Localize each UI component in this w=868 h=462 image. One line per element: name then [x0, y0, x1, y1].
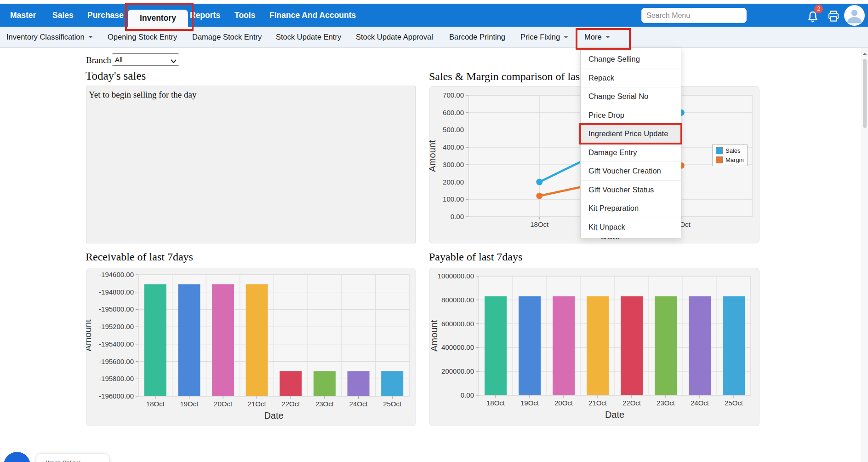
svg-text:500.00: 500.00: [443, 126, 464, 133]
svg-text:24Oct: 24Oct: [691, 399, 709, 407]
menu-item-barcode-printing[interactable]: Barcode Printing: [449, 27, 505, 47]
menu-item-opening-stock-entry[interactable]: Opening Stock Entry: [108, 27, 177, 47]
svg-text:22Oct: 22Oct: [622, 399, 641, 407]
vertical-scrollbar[interactable]: [862, 48, 868, 462]
nav-item-master[interactable]: Master: [10, 4, 36, 27]
branch-label: Branch: [86, 55, 111, 65]
dropdown-item-price-drop[interactable]: Price Drop: [581, 106, 681, 125]
chat-status-text: We're Online!: [46, 460, 80, 462]
dropdown-item-kit-unpack[interactable]: Kit Unpack: [581, 218, 681, 237]
legend-swatch-margin: [716, 156, 723, 163]
receivable-chart-panel: -194600.00-194800.00-195000.00-195200.00…: [86, 268, 416, 426]
svg-text:200.00: 200.00: [443, 178, 464, 186]
svg-text:400000.00: 400000.00: [441, 343, 474, 351]
chart-legend: Sales Margin: [712, 144, 748, 166]
svg-text:100.00: 100.00: [443, 195, 464, 203]
svg-text:18Oct: 18Oct: [530, 220, 549, 228]
svg-text:-195400.00: -195400.00: [99, 340, 134, 348]
svg-text:21Oct: 21Oct: [588, 399, 607, 407]
scrollbar-thumb[interactable]: [863, 59, 867, 128]
nav-item-finance-and-accounts[interactable]: Finance And Accounts: [269, 4, 356, 27]
nav-item-sales[interactable]: Sales: [52, 4, 74, 27]
svg-text:18Oct: 18Oct: [486, 399, 505, 407]
dropdown-item-change-serial-no[interactable]: Change Serial No: [581, 87, 681, 106]
svg-text:19Oct: 19Oct: [520, 399, 539, 407]
svg-text:25Oct: 25Oct: [725, 399, 743, 407]
nav-item-tools[interactable]: Tools: [234, 4, 255, 27]
branch-select[interactable]: All: [112, 53, 179, 66]
svg-text:21Oct: 21Oct: [248, 400, 267, 408]
today-sales-panel: Yet to begin selling for the day: [86, 86, 416, 243]
inventory-submenu-bar: Inventory Classification Opening Stock E…: [0, 27, 868, 48]
payable-title: Payable of last 7days: [429, 251, 522, 263]
svg-text:23Oct: 23Oct: [657, 399, 675, 407]
svg-text:0.00: 0.00: [461, 391, 474, 399]
svg-text:0.00: 0.00: [451, 213, 464, 220]
svg-text:-195200.00: -195200.00: [99, 323, 134, 330]
search-input[interactable]: [641, 8, 747, 23]
notification-badge: 2: [814, 5, 823, 13]
svg-text:400.00: 400.00: [443, 143, 464, 151]
payable-chart-panel: 1000000.00800000.00600000.00400000.00200…: [429, 268, 760, 426]
svg-text:800000.00: 800000.00: [441, 296, 474, 304]
dropdown-item-damage-entry[interactable]: Damage Entry: [581, 143, 681, 162]
legend-label-margin: Margin: [725, 156, 744, 163]
svg-text:-194800.00: -194800.00: [99, 288, 134, 296]
bell-icon: [805, 17, 821, 25]
branch-select-wrap: All: [112, 53, 179, 66]
dropdown-item-repack[interactable]: Repack: [581, 69, 681, 87]
svg-text:18Oct: 18Oct: [146, 400, 165, 408]
menu-item-more[interactable]: More: [584, 27, 610, 47]
svg-text:Date: Date: [264, 410, 283, 421]
dropdown-item-gift-voucher-status[interactable]: Gift Voucher Status: [581, 180, 681, 199]
chevron-down-icon: [88, 36, 93, 40]
svg-text:Amount: Amount: [429, 320, 439, 352]
svg-text:600000.00: 600000.00: [441, 320, 474, 328]
svg-text:Amount: Amount: [86, 319, 93, 351]
legend-label-sales: Sales: [725, 147, 741, 154]
svg-text:300.00: 300.00: [443, 161, 464, 168]
printer-icon: [826, 17, 841, 24]
chevron-down-icon: [605, 36, 610, 40]
nav-item-purchase[interactable]: Purchase: [87, 4, 124, 27]
svg-text:-196000.00: -196000.00: [99, 392, 134, 400]
menu-item-damage-stock-entry[interactable]: Damage Stock Entry: [192, 27, 262, 47]
payable-chart: 1000000.00800000.00600000.00400000.00200…: [429, 268, 759, 426]
user-avatar[interactable]: [844, 5, 865, 26]
receivable-chart: -194600.00-194800.00-195000.00-195200.00…: [86, 268, 416, 426]
legend-item-margin: Margin: [716, 156, 744, 163]
svg-text:24Oct: 24Oct: [349, 400, 368, 408]
menu-item-stock-update-entry[interactable]: Stock Update Entry: [276, 27, 341, 47]
receivable-title: Receivable of last 7days: [86, 251, 193, 263]
print-button[interactable]: [826, 9, 841, 23]
dropdown-item-change-selling[interactable]: Change Selling: [581, 50, 681, 69]
menu-item-inventory-classification[interactable]: Inventory Classification: [6, 27, 93, 47]
svg-text:20Oct: 20Oct: [214, 400, 233, 408]
svg-text:-195600.00: -195600.00: [99, 358, 134, 365]
svg-text:-194600.00: -194600.00: [99, 271, 134, 278]
menu-item-stock-update-approval[interactable]: Stock Update Approval: [356, 27, 433, 47]
chat-status-card[interactable]: We're Online!: [36, 454, 109, 462]
more-dropdown-menu: Change Selling Repack Change Serial No P…: [580, 47, 681, 238]
svg-text:25Oct: 25Oct: [383, 400, 402, 408]
today-sales-message: Yet to begin selling for the day: [86, 86, 415, 100]
svg-text:-195800.00: -195800.00: [99, 375, 134, 382]
menu-item-price-fixing[interactable]: Price Fixing: [520, 27, 568, 47]
chevron-down-icon: [564, 36, 568, 40]
legend-item-sales: Sales: [716, 147, 744, 154]
scrollbar-up-arrow[interactable]: [863, 51, 867, 55]
legend-swatch-sales: [716, 147, 723, 154]
svg-text:23Oct: 23Oct: [315, 400, 334, 408]
today-sales-title: Today's sales: [86, 69, 146, 82]
nav-item-inventory[interactable]: Inventory: [128, 10, 188, 27]
svg-text:600.00: 600.00: [443, 109, 464, 116]
dropdown-item-ingredient-price-update[interactable]: Ingredient Price Update: [581, 124, 681, 143]
svg-text:Date: Date: [605, 410, 624, 420]
nav-item-reports[interactable]: Reports: [190, 4, 220, 27]
dropdown-item-gift-voucher-creation[interactable]: Gift Voucher Creation: [581, 162, 681, 180]
svg-text:19Oct: 19Oct: [180, 400, 199, 408]
svg-text:Amount: Amount: [429, 140, 437, 172]
chat-bubble-button[interactable]: [4, 452, 30, 462]
svg-text:20Oct: 20Oct: [554, 399, 573, 407]
dropdown-item-kit-preparation[interactable]: Kit Preparation: [581, 199, 681, 218]
